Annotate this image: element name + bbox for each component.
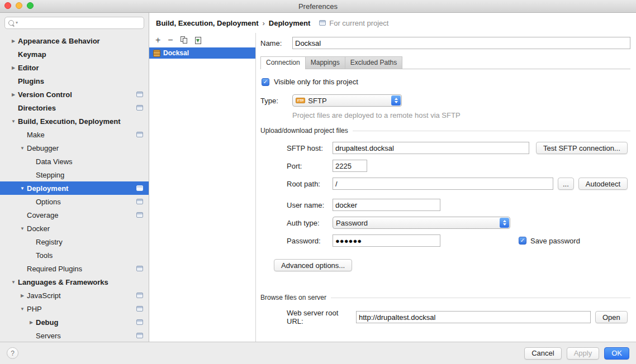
visible-only-label: Visible only for this project (274, 78, 358, 86)
tree-arrow-icon: ▶ (10, 65, 17, 70)
sidebar-item-make[interactable]: Make (0, 128, 149, 141)
settings-sidebar: ▾ ▶ Appearance & Behavior Keymap ▶ Edito… (0, 13, 149, 342)
apply-button[interactable]: Apply (567, 347, 600, 360)
sidebar-item-debug[interactable]: ▶ Debug (0, 315, 149, 329)
web-root-input[interactable] (356, 311, 591, 323)
tree-arrow-icon: ▼ (19, 226, 26, 231)
tree-item-label: Coverage (27, 211, 58, 219)
test-sftp-connection-button[interactable]: Test SFTP connection... (536, 142, 628, 154)
tree-item-label: Required Plugins (27, 265, 82, 273)
tree-item-label: Make (27, 131, 45, 139)
cancel-button[interactable]: Cancel (524, 347, 561, 360)
password-input[interactable] (333, 234, 440, 247)
copy-icon (181, 36, 188, 44)
save-password-label: Save password (530, 237, 580, 245)
tab-mappings[interactable]: Mappings (305, 56, 345, 69)
section-divider (331, 298, 630, 298)
tree-arrow-icon: ▶ (28, 320, 35, 325)
sidebar-item-build-execution-deployment[interactable]: ▼ Build, Execution, Deployment (0, 114, 149, 128)
tree-item-label: Debugger (27, 144, 59, 152)
zoom-window-button[interactable] (27, 2, 34, 9)
tree-item-label: Tools (36, 251, 53, 260)
visible-only-checkbox[interactable]: ✓ (262, 78, 269, 86)
breadcrumb: Build, Execution, Deployment › Deploymen… (149, 13, 636, 33)
sidebar-item-php[interactable]: ▼ PHP (0, 302, 149, 315)
user-name-input[interactable] (333, 199, 440, 211)
sidebar-item-data-views[interactable]: Data Views (0, 155, 149, 168)
sidebar-item-registry[interactable]: Registry (0, 235, 149, 248)
import-server-button[interactable] (195, 37, 201, 44)
minimize-window-button[interactable] (16, 2, 22, 9)
tree-item-label: Stepping (36, 171, 64, 179)
sidebar-item-docker[interactable]: ▼ Docker (0, 222, 149, 235)
server-list-item-docksal[interactable]: Docksal (149, 47, 255, 59)
add-server-button[interactable]: + (155, 36, 160, 45)
tree-item-label: Editor (18, 64, 39, 72)
advanced-options-button[interactable]: Advanced options... (274, 259, 352, 271)
current-project-icon (136, 333, 143, 338)
tab-excluded-paths[interactable]: Excluded Paths (345, 56, 402, 69)
web-root-label: Web server root URL: (287, 309, 356, 325)
current-project-icon (136, 212, 143, 218)
port-input[interactable] (333, 160, 367, 172)
sidebar-item-stepping[interactable]: Stepping (0, 168, 149, 181)
window-title: Preferences (298, 2, 338, 11)
sidebar-item-servers[interactable]: Servers (0, 329, 149, 342)
help-button[interactable]: ? (7, 347, 18, 359)
sidebar-item-deployment[interactable]: ▼ Deployment (0, 181, 149, 195)
sidebar-item-languages-frameworks[interactable]: ▼ Languages & Frameworks (0, 275, 149, 289)
close-window-button[interactable] (4, 2, 11, 9)
current-project-icon (136, 319, 143, 325)
tree-arrow-icon: ▶ (10, 39, 17, 44)
tree-item-label: Servers (36, 332, 61, 340)
search-input[interactable]: ▾ (4, 17, 144, 29)
sidebar-item-appearance-behavior[interactable]: ▶ Appearance & Behavior (0, 34, 149, 47)
tree-item-label: Appearance & Behavior (18, 37, 100, 45)
current-project-icon (319, 20, 326, 26)
root-path-input[interactable] (333, 178, 553, 190)
preferences-window: Preferences ▾ ▶ Appearance & Behavior Ke… (0, 0, 636, 364)
current-project-icon (136, 266, 143, 271)
sidebar-item-javascript[interactable]: ▶ JavaScript (0, 289, 149, 302)
connection-tab-content: ✓ Visible only for this project Type: FT… (260, 69, 630, 325)
ok-button[interactable]: OK (604, 347, 629, 360)
breadcrumb-section[interactable]: Build, Execution, Deployment (156, 19, 258, 27)
tab-connection[interactable]: Connection (260, 56, 306, 69)
sidebar-item-version-control[interactable]: ▶ Version Control (0, 88, 149, 101)
type-select[interactable]: FTP SFTP (292, 94, 402, 107)
sidebar-item-options[interactable]: Options (0, 195, 149, 208)
current-project-icon (136, 105, 143, 111)
checkmark-icon: ✓ (520, 238, 525, 243)
sidebar-item-coverage[interactable]: Coverage (0, 208, 149, 222)
auth-type-select[interactable]: Password (333, 217, 510, 229)
sftp-host-input[interactable] (333, 142, 529, 154)
sftp-icon: FTP (296, 98, 305, 103)
checkmark-icon: ✓ (263, 79, 268, 85)
tree-item-label: Languages & Frameworks (18, 278, 108, 286)
browse-root-path-button[interactable]: ... (558, 178, 574, 190)
open-button[interactable]: Open (595, 311, 628, 323)
sidebar-item-editor[interactable]: ▶ Editor (0, 61, 149, 74)
breadcrumb-page: Deployment (269, 19, 310, 27)
autodetect-button[interactable]: Autodetect (578, 178, 628, 190)
sidebar-item-tools[interactable]: Tools (0, 248, 149, 262)
sidebar-item-keymap[interactable]: Keymap (0, 47, 149, 61)
sidebar-item-debugger[interactable]: ▼ Debugger (0, 141, 149, 155)
copy-server-button[interactable] (181, 36, 188, 44)
name-input[interactable] (292, 37, 630, 49)
tree-item-label: Debug (36, 318, 58, 327)
server-label: Docksal (163, 49, 189, 57)
tree-arrow-icon: ▶ (10, 92, 17, 97)
tree-arrow-icon: ▶ (19, 293, 26, 298)
tree-item-label: Version Control (18, 90, 72, 99)
sidebar-item-plugins[interactable]: Plugins (0, 74, 149, 88)
remove-server-button[interactable]: − (168, 36, 173, 45)
current-project-icon (136, 306, 143, 312)
tree-item-label: Plugins (18, 77, 44, 85)
save-password-checkbox[interactable]: ✓ (519, 237, 526, 245)
root-path-label: Root path: (287, 180, 333, 188)
sidebar-item-directories[interactable]: Directories (0, 101, 149, 114)
sftp-host-label: SFTP host: (287, 144, 333, 152)
sidebar-item-required-plugins[interactable]: Required Plugins (0, 262, 149, 275)
tree-arrow-icon: ▼ (19, 186, 26, 191)
